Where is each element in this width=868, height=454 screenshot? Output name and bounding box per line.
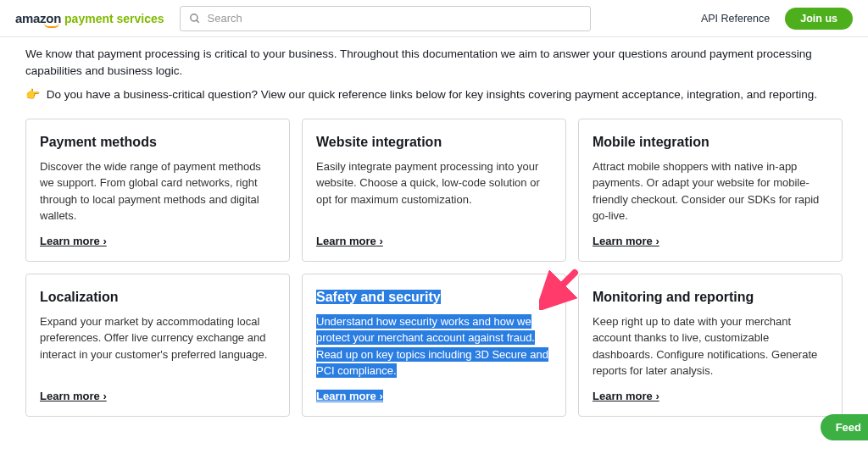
search-icon <box>189 13 201 25</box>
card-desc: Discover the wide range of payment metho… <box>40 158 275 224</box>
main-content: We know that payment processing is criti… <box>0 37 868 417</box>
card-desc: Expand your market by accommodating loca… <box>40 313 275 379</box>
learn-more-link[interactable]: Learn more › <box>316 235 552 247</box>
search-box[interactable] <box>180 6 591 31</box>
learn-more-link[interactable]: Learn more › <box>40 235 275 247</box>
api-reference-link[interactable]: API Reference <box>701 13 770 25</box>
card-safety-security[interactable]: Safety and security Understand how secur… <box>302 274 566 417</box>
card-mobile-integration[interactable]: Mobile integration Attract mobile shoppe… <box>578 119 843 262</box>
join-us-button[interactable]: Join us <box>785 8 853 30</box>
card-website-integration[interactable]: Website integration Easily integrate pay… <box>302 119 566 262</box>
logo[interactable]: amazon payment services <box>15 11 164 25</box>
card-title: Mobile integration <box>593 135 828 150</box>
logo-ps-text: payment services <box>64 12 164 25</box>
card-title: Website integration <box>316 135 552 150</box>
learn-more-link[interactable]: Learn more › <box>316 390 552 402</box>
card-title: Monitoring and reporting <box>593 290 828 305</box>
card-title: Safety and security <box>316 290 552 305</box>
intro-question: 👉 Do you have a business-critical questi… <box>25 86 843 103</box>
logo-amazon-text: amazon <box>15 11 61 25</box>
card-desc: Understand how security works and how we… <box>316 313 552 379</box>
card-title: Localization <box>40 290 275 305</box>
intro-paragraph: We know that payment processing is criti… <box>25 46 843 80</box>
card-localization[interactable]: Localization Expand your market by accom… <box>25 274 290 417</box>
card-payment-methods[interactable]: Payment methods Discover the wide range … <box>25 119 290 262</box>
learn-more-link[interactable]: Learn more › <box>40 390 275 402</box>
learn-more-link[interactable]: Learn more › <box>593 390 828 402</box>
card-monitoring-reporting[interactable]: Monitoring and reporting Keep right up t… <box>578 274 843 417</box>
card-grid: Payment methods Discover the wide range … <box>25 119 843 417</box>
feedback-tab[interactable]: Feed <box>821 414 868 440</box>
learn-more-link[interactable]: Learn more › <box>593 235 828 247</box>
card-desc: Easily integrate payment processing into… <box>316 158 552 224</box>
card-title: Payment methods <box>40 135 275 150</box>
search-input[interactable] <box>208 12 581 25</box>
card-desc: Keep right up to date with your merchant… <box>593 313 828 379</box>
smile-icon <box>44 23 59 28</box>
pointing-hand-icon: 👉 <box>25 86 40 103</box>
svg-point-0 <box>190 14 197 20</box>
svg-line-1 <box>196 19 198 22</box>
top-header: amazon payment services API Reference Jo… <box>0 0 868 37</box>
card-desc: Attract mobile shoppers with native in-a… <box>593 158 828 224</box>
